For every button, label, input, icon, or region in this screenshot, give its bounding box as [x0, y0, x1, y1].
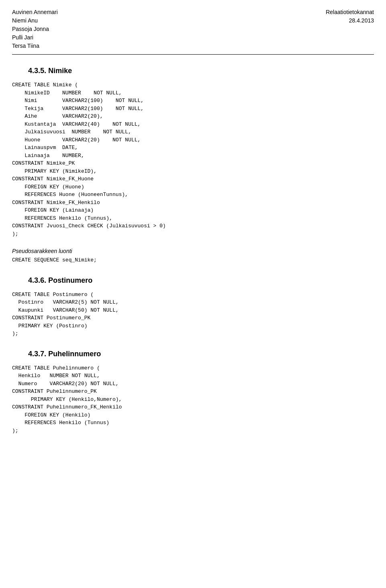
- section-postinumero: 4.3.6. Postinumero CREATE TABLE Postinum…: [12, 276, 374, 338]
- author-4: Pulli Jari: [12, 33, 58, 42]
- pseudo-code: CREATE SEQUENCE seq_Nimike;: [12, 256, 374, 264]
- section-puhelinnumero: 4.3.7. Puhelinnumero CREATE TABLE Puheli…: [12, 350, 374, 435]
- course-info: Relaatiotietokannat 28.4.2013: [326, 8, 374, 25]
- course-title: Relaatiotietokannat: [326, 8, 374, 16]
- section-postinumero-title: 4.3.6. Postinumero: [28, 276, 374, 285]
- section-nimike-title: 4.3.5. Nimike: [28, 67, 374, 75]
- header-divider: [12, 54, 374, 55]
- author-3: Passoja Jonna: [12, 25, 58, 33]
- course-date: 28.4.2013: [326, 16, 374, 25]
- puhelinnumero-code: CREATE TABLE Puhelinnumero ( Henkilo NUM…: [12, 364, 374, 435]
- author-list: Auvinen Annemari Niemi Anu Passoja Jonna…: [12, 8, 58, 50]
- page-header: Auvinen Annemari Niemi Anu Passoja Jonna…: [12, 8, 374, 50]
- author-2: Niemi Anu: [12, 16, 58, 25]
- nimike-code: CREATE TABLE Nimike ( NimikeID NUMBER NO…: [12, 81, 374, 238]
- postinumero-code: CREATE TABLE Postinumero ( Postinro VARC…: [12, 291, 374, 338]
- section-puhelinnumero-title: 4.3.7. Puhelinnumero: [28, 350, 374, 358]
- section-nimike: 4.3.5. Nimike CREATE TABLE Nimike ( Nimi…: [12, 67, 374, 264]
- author-5: Tersa Tiina: [12, 42, 58, 50]
- author-1: Auvinen Annemari: [12, 8, 58, 16]
- pseudo-title: Pseudosarakkeen luonti: [12, 248, 374, 254]
